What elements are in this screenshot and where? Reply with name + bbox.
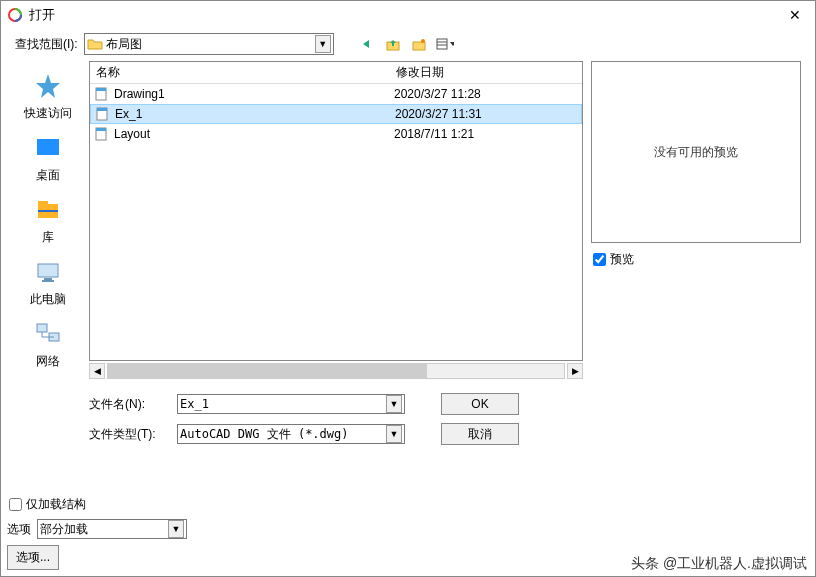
sidebar-item-label: 此电脑 (30, 291, 66, 308)
file-icon (94, 87, 110, 101)
column-date[interactable]: 修改日期 (390, 64, 582, 81)
places-sidebar: 快速访问 桌面 库 此电脑 网络 (15, 61, 81, 445)
svg-rect-13 (42, 280, 54, 282)
scroll-right-icon[interactable]: ▶ (567, 363, 583, 379)
preview-checkbox-label: 预览 (610, 251, 634, 268)
file-date: 2018/7/11 1:21 (394, 127, 474, 141)
filelist-panel: 名称 修改日期 Drawing12020/3/27 11:28Ex_12020/… (89, 61, 583, 445)
sidebar-item-label: 快速访问 (24, 105, 72, 122)
svg-rect-23 (96, 128, 106, 131)
filename-label: 文件名(N): (89, 396, 167, 413)
window-title: 打开 (29, 6, 781, 24)
filelist[interactable]: 名称 修改日期 Drawing12020/3/27 11:28Ex_12020/… (89, 61, 583, 361)
sidebar-item-label: 库 (42, 229, 54, 246)
filetype-label: 文件类型(T): (89, 426, 167, 443)
options-button[interactable]: 选项... (7, 545, 59, 570)
preview-box: 没有可用的预览 (591, 61, 801, 243)
horizontal-scrollbar[interactable]: ◀ ▶ (89, 363, 583, 379)
options-dropdown[interactable]: 部分加载 ▼ (37, 519, 187, 539)
sidebar-item-label: 桌面 (36, 167, 60, 184)
back-icon[interactable] (358, 35, 376, 53)
cancel-button[interactable]: 取消 (441, 423, 519, 445)
file-row[interactable]: Drawing12020/3/27 11:28 (90, 84, 582, 104)
sidebar-item-libraries[interactable]: 库 (32, 191, 64, 249)
chevron-down-icon[interactable]: ▼ (315, 35, 331, 53)
lookin-row: 查找范围(I): 布局图 ▼ (1, 29, 815, 61)
load-struct-checkbox[interactable] (9, 498, 22, 511)
svg-rect-11 (38, 264, 58, 277)
file-icon (94, 127, 110, 141)
file-row[interactable]: Layout2018/7/11 1:21 (90, 124, 582, 144)
preview-checkbox-row[interactable]: 预览 (593, 251, 801, 268)
libraries-icon (32, 194, 64, 226)
up-folder-icon[interactable] (384, 35, 402, 53)
chevron-down-icon[interactable]: ▼ (168, 520, 184, 538)
svg-rect-7 (37, 139, 59, 155)
form-area: 文件名(N): Ex_1 ▼ OK 文件类型(T): AutoCAD DWG 文… (89, 393, 583, 445)
scroll-thumb[interactable] (108, 364, 427, 378)
svg-rect-4 (437, 39, 447, 49)
svg-rect-19 (96, 88, 106, 91)
svg-rect-21 (97, 108, 107, 111)
quickaccess-icon (32, 70, 64, 102)
svg-rect-2 (413, 42, 425, 50)
file-icon (95, 107, 111, 121)
app-icon (7, 7, 23, 23)
toolbar (358, 35, 454, 53)
lookin-dropdown[interactable]: 布局图 ▼ (84, 33, 334, 55)
filename-value: Ex_1 (180, 397, 386, 411)
file-date: 2020/3/27 11:28 (394, 87, 481, 101)
main-area: 快速访问 桌面 库 此电脑 网络 名称 修改日期 Drawing12020/3/… (1, 61, 815, 445)
close-button[interactable]: ✕ (781, 5, 809, 25)
sidebar-item-network[interactable]: 网络 (32, 315, 64, 373)
file-name: Ex_1 (115, 107, 395, 121)
footer-watermark: 头条 @工业机器人.虚拟调试 (631, 555, 807, 573)
lookin-label: 查找范围(I): (15, 36, 78, 53)
filelist-header: 名称 修改日期 (90, 62, 582, 84)
file-name: Layout (114, 127, 394, 141)
options-value: 部分加载 (40, 521, 168, 538)
svg-point-3 (421, 39, 425, 43)
chevron-down-icon[interactable]: ▼ (386, 395, 402, 413)
filetype-dropdown[interactable]: AutoCAD DWG 文件 (*.dwg) ▼ (177, 424, 405, 444)
nopreview-text: 没有可用的预览 (654, 144, 738, 161)
sidebar-item-label: 网络 (36, 353, 60, 370)
preview-checkbox[interactable] (593, 253, 606, 266)
ok-button[interactable]: OK (441, 393, 519, 415)
load-struct-label: 仅加载结构 (26, 496, 86, 513)
svg-rect-14 (37, 324, 47, 332)
sidebar-item-thispc[interactable]: 此电脑 (30, 253, 66, 311)
scroll-track[interactable] (107, 363, 565, 379)
svg-rect-9 (38, 201, 48, 205)
load-struct-row[interactable]: 仅加载结构 (9, 496, 809, 513)
network-icon (32, 318, 64, 350)
thispc-icon (32, 256, 64, 288)
chevron-down-icon[interactable]: ▼ (386, 425, 402, 443)
svg-rect-12 (44, 278, 52, 280)
desktop-icon (32, 132, 64, 164)
preview-panel: 没有可用的预览 预览 (591, 61, 801, 445)
folder-icon (87, 36, 103, 52)
file-date: 2020/3/27 11:31 (395, 107, 482, 121)
titlebar: 打开 ✕ (1, 1, 815, 29)
file-name: Drawing1 (114, 87, 394, 101)
sidebar-item-desktop[interactable]: 桌面 (32, 129, 64, 187)
filetype-value: AutoCAD DWG 文件 (*.dwg) (180, 426, 386, 443)
new-folder-icon[interactable] (410, 35, 428, 53)
views-icon[interactable] (436, 35, 454, 53)
sidebar-item-quickaccess[interactable]: 快速访问 (24, 67, 72, 125)
column-name[interactable]: 名称 (90, 64, 390, 81)
lookin-value: 布局图 (106, 36, 315, 53)
scroll-left-icon[interactable]: ◀ (89, 363, 105, 379)
options-label: 选项 (7, 521, 31, 538)
svg-rect-10 (38, 210, 58, 212)
file-row[interactable]: Ex_12020/3/27 11:31 (90, 104, 582, 124)
filename-input[interactable]: Ex_1 ▼ (177, 394, 405, 414)
